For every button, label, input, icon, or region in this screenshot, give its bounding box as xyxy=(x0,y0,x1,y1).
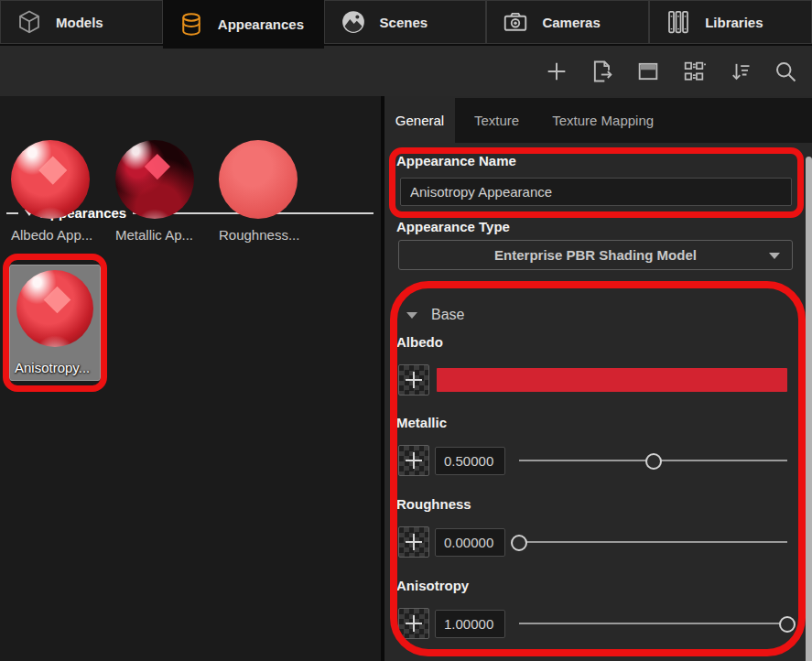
thumbnail-metallic-appearance[interactable]: Metallic Ap... xyxy=(115,140,200,243)
tab-libraries-label: Libraries xyxy=(705,15,763,30)
appearance-properties-panel: General Texture Texture Mapping Appearan… xyxy=(384,96,812,661)
tab-appearances-label: Appearances xyxy=(218,16,304,32)
albedo-add-texture-button[interactable] xyxy=(398,364,429,396)
anisotropy-label: Anisotropy xyxy=(396,578,469,593)
thumbnail-roughness-appearance[interactable]: Roughness... xyxy=(219,140,303,243)
tab-scenes-label: Scenes xyxy=(380,15,428,30)
tab-texture-mapping[interactable]: Texture Mapping xyxy=(552,113,654,128)
roughness-add-texture-button[interactable] xyxy=(398,526,429,558)
roughness-sphere-preview xyxy=(219,140,298,219)
vertical-scrollbar[interactable] xyxy=(806,157,812,661)
roughness-label: Roughness xyxy=(396,496,471,512)
anisotropy-slider[interactable] xyxy=(519,608,787,639)
albedo-row xyxy=(398,364,787,396)
albedo-sphere-preview xyxy=(11,140,90,219)
search-icon[interactable] xyxy=(772,58,799,85)
metallic-add-texture-button[interactable] xyxy=(398,445,429,476)
tab-scenes[interactable]: Scenes xyxy=(324,0,487,44)
base-collapse-caret-icon xyxy=(406,312,417,319)
anisotropy-sphere-preview xyxy=(16,270,93,347)
scene-image-icon xyxy=(339,7,368,37)
panel-layout-icon[interactable] xyxy=(634,58,662,85)
add-plus-icon[interactable] xyxy=(543,58,570,85)
details-view-icon[interactable] xyxy=(680,58,708,85)
appearances-toolbar xyxy=(0,46,812,96)
appearances-bucket-icon xyxy=(177,10,206,39)
appearance-type-selected-value: Enterprise PBR Shading Model xyxy=(494,247,697,263)
metallic-label: Metallic xyxy=(396,415,447,430)
thumbnail-label: Albedo App... xyxy=(11,227,95,243)
tab-appearances[interactable]: Appearances xyxy=(163,0,324,49)
tab-cameras[interactable]: Cameras xyxy=(486,0,649,44)
export-document-icon[interactable] xyxy=(589,58,616,85)
properties-tab-bar: General Texture Texture Mapping xyxy=(384,96,812,145)
roughness-row xyxy=(398,526,787,558)
tab-texture[interactable]: Texture xyxy=(474,113,519,128)
anisotropy-slider-handle[interactable] xyxy=(779,616,796,633)
general-tab-content: Appearance Name Appearance Type Enterpri… xyxy=(384,145,812,661)
metallic-sphere-preview xyxy=(115,140,194,219)
inactive-tabs-strip: Texture Texture Mapping xyxy=(455,98,812,143)
tab-libraries[interactable]: Libraries xyxy=(649,0,812,44)
metallic-row xyxy=(398,445,787,476)
appearances-list-panel: Appearances Albedo App... Metallic Ap...… xyxy=(0,96,381,661)
thumbnail-albedo-appearance[interactable]: Albedo App... xyxy=(11,140,95,243)
thumbnail-anisotropy-appearance-selected[interactable]: Anisotropy... xyxy=(9,265,101,381)
anisotropy-value-input[interactable] xyxy=(435,610,505,638)
albedo-color-swatch[interactable] xyxy=(437,368,787,392)
thumbnail-label: Anisotropy... xyxy=(15,360,90,375)
base-section-title: Base xyxy=(431,307,464,323)
library-books-icon xyxy=(664,7,693,37)
slider-track xyxy=(519,541,787,543)
metallic-slider-handle[interactable] xyxy=(645,453,662,470)
tab-general[interactable]: General xyxy=(384,96,455,145)
albedo-label: Albedo xyxy=(396,334,443,350)
application-window: Models Appearances Scenes xyxy=(0,0,812,661)
appearance-name-label: Appearance Name xyxy=(396,153,516,168)
tab-cameras-label: Cameras xyxy=(542,15,600,30)
tab-models-label: Models xyxy=(56,15,103,30)
thumbnail-label: Metallic Ap... xyxy=(115,227,200,243)
cube-icon xyxy=(15,7,44,37)
metallic-value-input[interactable] xyxy=(435,447,505,475)
roughness-slider[interactable] xyxy=(519,526,787,558)
camera-icon xyxy=(501,7,530,37)
metallic-slider[interactable] xyxy=(519,445,787,476)
appearance-name-input[interactable] xyxy=(400,178,792,206)
chevron-down-icon xyxy=(769,253,780,259)
appearance-type-dropdown[interactable]: Enterprise PBR Shading Model xyxy=(398,240,793,270)
base-section-header[interactable]: Base xyxy=(406,307,464,323)
roughness-slider-handle[interactable] xyxy=(511,535,527,551)
toolbar-buttons xyxy=(543,46,799,96)
tab-models[interactable]: Models xyxy=(0,0,163,44)
slider-track xyxy=(519,623,787,624)
sort-descending-icon[interactable] xyxy=(726,58,753,85)
top-tab-bar: Models Appearances Scenes xyxy=(0,0,812,46)
roughness-value-input[interactable] xyxy=(435,528,505,557)
anisotropy-row xyxy=(398,608,787,639)
thumbnail-label: Roughness... xyxy=(219,227,303,243)
appearance-type-label: Appearance Type xyxy=(396,219,510,234)
anisotropy-add-texture-button[interactable] xyxy=(398,608,429,639)
